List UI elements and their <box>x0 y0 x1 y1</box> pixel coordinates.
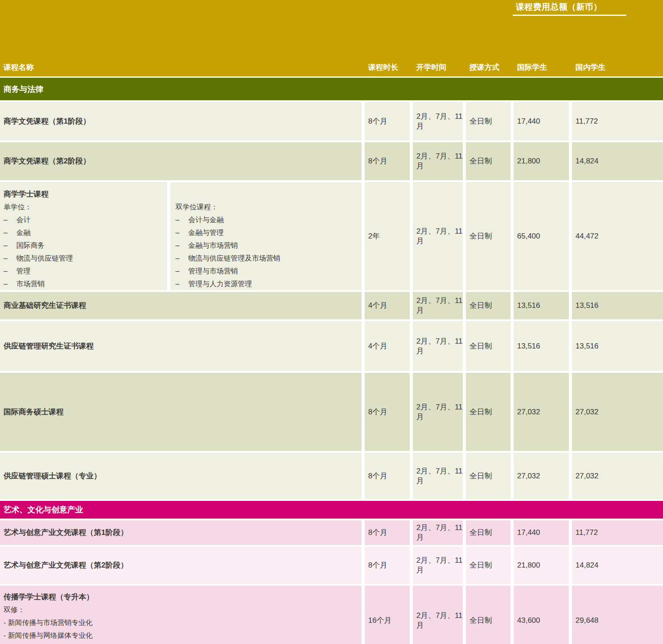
mode-cell: 全日制 <box>466 453 511 499</box>
mode-cell: 全日制 <box>466 182 511 290</box>
col-header-intake: 开学时间 <box>413 62 463 72</box>
mode-cell: 全日制 <box>466 373 511 451</box>
intake-cell: 2月、7月、11月 <box>413 292 463 319</box>
course-name-cell: 商学文凭课程（第2阶段） <box>0 142 362 180</box>
intake-cell: 2月、7月、11月 <box>413 453 463 499</box>
list-item: 物流与供应链管理 <box>4 252 167 265</box>
duration-cell: 16个月 <box>365 586 410 644</box>
duration-cell: 8个月 <box>365 547 410 584</box>
duration-cell: 8个月 <box>365 102 410 140</box>
fee-total-title: 课程费用总额（新币） <box>516 1 602 13</box>
table-row: 商学学士课程 单学位： 会计 金融 国际商务 物流与供应链管理 管理 市场营销 … <box>0 182 663 290</box>
fee-table-page: 课程费用总额（新币） 课程名称 课程时长 开学时间 授课方式 国际学生 国内学生… <box>0 0 663 644</box>
col-header-course-name: 课程名称 <box>0 62 362 72</box>
fee-title-underline <box>513 15 626 16</box>
duration-cell: 2年 <box>365 182 410 290</box>
duration-cell: 4个月 <box>365 321 410 371</box>
domestic-fee-cell: 13,516 <box>572 292 663 319</box>
international-fee-cell: 65,400 <box>514 182 569 290</box>
mode-cell: 全日制 <box>466 102 511 140</box>
table-row: 传播学学士课程（专升本） 双修： 新闻传播与市场营销专业化 新闻传播与网络媒体专… <box>0 586 663 644</box>
international-fee-cell: 27,032 <box>514 373 569 451</box>
course-name-cell: 供应链管理硕士课程（专业） <box>0 453 362 499</box>
col-header-duration: 课程时长 <box>365 62 410 72</box>
intake-cell: 2月、7月、11月 <box>413 142 463 180</box>
table-row: 供应链管理研究生证书课程 4个月 2月、7月、11月 全日制 13,516 13… <box>0 321 663 371</box>
international-fee-cell: 21,800 <box>514 142 569 180</box>
international-fee-cell: 13,516 <box>514 321 569 371</box>
list-item: 会计 <box>4 213 167 226</box>
course-name-cell: 商学学士课程 单学位： 会计 金融 国际商务 物流与供应链管理 管理 市场营销 … <box>0 182 362 290</box>
col-header-mode: 授课方式 <box>466 62 511 72</box>
domestic-fee-cell: 27,032 <box>572 453 663 499</box>
list-item: 新闻传播与网络媒体专业化 <box>4 629 362 642</box>
duration-cell: 8个月 <box>365 453 410 499</box>
intake-cell: 2月、7月、11月 <box>413 547 463 584</box>
intake-cell: 2月、7月、11月 <box>413 102 463 140</box>
international-fee-cell: 21,800 <box>514 547 569 584</box>
double-degree-subcell: 双学位课程： 会计与金融 金融与管理 金融与市场营销 物流与供应链管理及市场营销… <box>170 182 362 290</box>
single-degree-subcell: 商学学士课程 单学位： 会计 金融 国际商务 物流与供应链管理 管理 市场营销 <box>0 182 167 290</box>
duration-cell: 8个月 <box>365 373 410 451</box>
table-row: 艺术与创意产业文凭课程（第1阶段） 8个月 2月、7月、11月 全日制 17,4… <box>0 520 663 545</box>
col-header-domestic: 国内学生 <box>572 62 663 72</box>
mode-cell: 全日制 <box>466 520 511 545</box>
table-header: 课程费用总额（新币） 课程名称 课程时长 开学时间 授课方式 国际学生 国内学生 <box>0 0 663 76</box>
table-row: 商业基础研究生证书课程 4个月 2月、7月、11月 全日制 13,516 13,… <box>0 292 663 319</box>
section-header-business-law: 商务与法律 <box>0 78 663 100</box>
table-row: 供应链管理硕士课程（专业） 8个月 2月、7月、11月 全日制 27,032 2… <box>0 453 663 499</box>
intake-cell: 2月、7月、11月 <box>413 182 463 290</box>
course-title: 商学学士课程 <box>4 188 167 201</box>
course-name-cell: 国际商务硕士课程 <box>0 373 362 451</box>
duration-cell: 8个月 <box>365 142 410 180</box>
list-item: 新闻传播与市场营销专业化 <box>4 616 362 629</box>
list-item: 管理与人力资源管理 <box>175 277 362 290</box>
section-header-arts-creative: 艺术、文化与创意产业 <box>0 501 663 519</box>
list-item: 管理与市场营销 <box>175 265 362 277</box>
list-item: 网络媒体与市场营销专业化 <box>4 642 362 644</box>
domestic-fee-cell: 44,472 <box>572 182 663 290</box>
double-major-heading: 双修： <box>4 603 362 616</box>
list-item: 金融与管理 <box>175 226 362 239</box>
mode-cell: 全日制 <box>466 547 511 584</box>
intake-cell: 2月、7月、11月 <box>413 520 463 545</box>
international-fee-cell: 13,516 <box>514 292 569 319</box>
column-header-row: 课程名称 课程时长 开学时间 授课方式 国际学生 国内学生 <box>0 62 663 72</box>
domestic-fee-cell: 11,772 <box>572 520 663 545</box>
domestic-fee-cell: 14,824 <box>572 547 663 584</box>
duration-cell: 8个月 <box>365 520 410 545</box>
mode-cell: 全日制 <box>466 321 511 371</box>
domestic-fee-cell: 14,824 <box>572 142 663 180</box>
table-row: 商学文凭课程（第2阶段） 8个月 2月、7月、11月 全日制 21,800 14… <box>0 142 663 180</box>
course-title: 传播学学士课程（专升本） <box>4 591 362 603</box>
intake-cell: 2月、7月、11月 <box>413 321 463 371</box>
duration-cell: 4个月 <box>365 292 410 319</box>
list-item: 金融与市场营销 <box>175 239 362 252</box>
col-header-international: 国际学生 <box>514 62 569 72</box>
list-item: 物流与供应链管理及市场营销 <box>175 252 362 265</box>
international-fee-cell: 17,440 <box>514 102 569 140</box>
course-name-cell: 商学文凭课程（第1阶段） <box>0 102 362 140</box>
international-fee-cell: 17,440 <box>514 520 569 545</box>
single-degree-heading: 单学位： <box>4 201 167 213</box>
course-name-cell: 商业基础研究生证书课程 <box>0 292 362 319</box>
list-item: 会计与金融 <box>175 213 362 226</box>
course-name-cell: 供应链管理研究生证书课程 <box>0 321 362 371</box>
domestic-fee-cell: 13,516 <box>572 321 663 371</box>
list-item: 金融 <box>4 226 167 239</box>
international-fee-cell: 27,032 <box>514 453 569 499</box>
mode-cell: 全日制 <box>466 142 511 180</box>
double-degree-heading: 双学位课程： <box>175 201 362 213</box>
course-name-cell: 艺术与创意产业文凭课程（第2阶段） <box>0 547 362 584</box>
table-row: 商学文凭课程（第1阶段） 8个月 2月、7月、11月 全日制 17,440 11… <box>0 102 663 140</box>
table-row: 国际商务硕士课程 8个月 2月、7月、11月 全日制 27,032 27,032 <box>0 373 663 451</box>
list-item: 市场营销 <box>4 277 167 290</box>
list-item: 管理 <box>4 265 167 277</box>
course-name-cell: 艺术与创意产业文凭课程（第1阶段） <box>0 520 362 545</box>
domestic-fee-cell: 11,772 <box>572 102 663 140</box>
intake-cell: 2月、7月、11月 <box>413 586 463 644</box>
domestic-fee-cell: 27,032 <box>572 373 663 451</box>
list-item: 国际商务 <box>4 239 167 252</box>
mode-cell: 全日制 <box>466 292 511 319</box>
mode-cell: 全日制 <box>466 586 511 644</box>
